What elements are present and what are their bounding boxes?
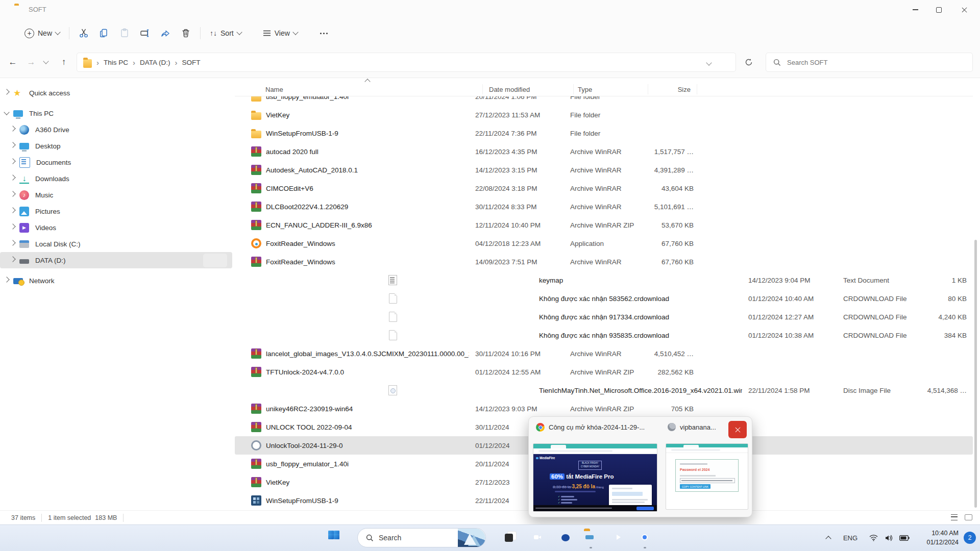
details-view-button[interactable]	[948, 512, 960, 522]
file-name: TienIchMayTinh.Net_Microsoft.Office.2016…	[534, 387, 742, 394]
close-button[interactable]	[952, 0, 976, 19]
view-button[interactable]: View	[258, 23, 303, 43]
notification-badge[interactable]: 2	[964, 532, 976, 544]
scissors-icon	[79, 28, 89, 38]
table-row[interactable]: Không được xác nhận 917334.crdownload01/…	[235, 308, 973, 326]
column-header-name[interactable]: Name	[235, 84, 483, 94]
edge-button[interactable]	[557, 531, 572, 545]
sidebar-item-pictures[interactable]: Pictures	[0, 203, 232, 219]
back-button[interactable]: ←	[4, 53, 21, 71]
table-row[interactable]: Autodesk_AutoCAD_2018.0.114/12/2023 3:15…	[235, 161, 973, 179]
file-date: 01/12/2024 10:40 AM	[742, 295, 839, 303]
sidebar-item-music[interactable]: ♪ Music	[0, 187, 232, 203]
file-date: 27/12/2023 11:53 AM	[469, 111, 566, 119]
share-button[interactable]	[155, 23, 176, 43]
file-explorer-button[interactable]	[584, 531, 598, 545]
consent-button[interactable]	[636, 507, 654, 510]
breadcrumb-separator: ›	[133, 58, 135, 67]
speaker-icon	[885, 534, 893, 542]
see-more-button[interactable]	[314, 23, 334, 43]
volume-button[interactable]	[882, 531, 895, 545]
youtube-button[interactable]	[611, 531, 625, 545]
table-row[interactable]: autocad 2020 full16/12/2023 4:35 PMArchi…	[235, 142, 973, 161]
table-row[interactable]: FoxitReader_Windows04/12/2018 12:23 AMAp…	[235, 234, 973, 253]
table-row[interactable]: Không được xác nhận 935835.crdownload01/…	[235, 326, 973, 344]
table-row[interactable]: VietKey27/12/2023 11:53 AMFile folder	[235, 106, 973, 124]
sidebar-item-this-pc[interactable]: This PC	[0, 105, 232, 121]
table-row[interactable]: DLCBoot2022V4.1.22062930/11/2024 8:33 PM…	[235, 197, 973, 216]
preview-close-button[interactable]	[728, 421, 747, 438]
table-row[interactable]: ECN_FANUC_LADDER-III_6.9x8612/11/2024 10…	[235, 216, 973, 234]
table-row[interactable]: WinSetupFromUSB-1-922/11/2024 7:36 PMFil…	[235, 124, 973, 142]
task-view-button[interactable]	[503, 531, 518, 545]
sidebar-item-documents[interactable]: Documents	[0, 154, 232, 170]
sidebar-item-downloads[interactable]: ↓ Downloads	[0, 170, 232, 187]
search-highlight-image[interactable]	[458, 529, 485, 547]
breadcrumb-drive[interactable]: DATA (D:)	[140, 59, 170, 66]
minimize-button[interactable]	[903, 0, 927, 19]
table-row[interactable]: TFTUnlock-2024-v4.7.0.001/12/2024 12:55 …	[235, 363, 973, 381]
cookie-bar	[533, 505, 657, 511]
search-input[interactable]	[786, 58, 941, 67]
large-icons-view-button[interactable]	[963, 512, 974, 522]
taskbar-search[interactable]: Search	[357, 528, 486, 547]
refresh-button[interactable]	[740, 53, 757, 71]
file-name: UNLOCK TOOL 2022-09-04	[261, 423, 469, 431]
maximize-button[interactable]	[927, 0, 950, 19]
chrome-button[interactable]	[638, 531, 652, 545]
tray-overflow-button[interactable]	[822, 531, 835, 545]
sidebar-item-network[interactable]: Network	[0, 272, 232, 289]
column-header-date-modified[interactable]: Date modified	[483, 84, 574, 94]
status-bar: 37 items 1 item selected 183 MB	[0, 510, 980, 525]
language-indicator[interactable]: ENG	[841, 531, 860, 545]
paste-button[interactable]	[114, 23, 135, 43]
sidebar-item-data-d[interactable]: DATA (D:)	[0, 252, 232, 268]
sort-button[interactable]: ↑↓ Sort	[205, 23, 247, 43]
file-name: ECN_FANUC_LADDER-III_6.9x86	[261, 221, 469, 229]
preview-tab-1[interactable]: Công cụ mở khóa-2024-11-29-...	[536, 423, 645, 432]
breadcrumb-this-pc[interactable]: This PC	[104, 59, 128, 66]
forward-button[interactable]: →	[22, 53, 40, 71]
table-row[interactable]: keymap14/12/2023 9:04 PMText Document1 K…	[235, 271, 973, 289]
preview-thumbnail-mediafire[interactable]: MediaFire BLACK FRIDAY CYBER MONDAY 60% …	[533, 443, 657, 512]
table-row[interactable]: usb_floppy_emulator_1.40i20/11/2024 1:06…	[235, 96, 973, 106]
sidebar-item-desktop[interactable]: Desktop	[0, 138, 232, 154]
vertical-scrollbar[interactable]	[974, 240, 977, 508]
link-input[interactable]	[680, 478, 735, 483]
column-header-type[interactable]: Type	[574, 84, 648, 94]
wifi-button[interactable]	[867, 531, 880, 545]
delete-button[interactable]	[176, 23, 196, 43]
preview-tab-2[interactable]: vipbanana...	[668, 423, 716, 431]
folder-icon	[251, 112, 261, 120]
winrar-icon	[251, 422, 261, 432]
search-box[interactable]	[766, 53, 973, 72]
address-dropdown-button[interactable]	[707, 59, 711, 66]
recent-locations-button[interactable]	[40, 53, 52, 71]
table-row[interactable]: unikey46RC2-230919-win6414/12/2023 9:03 …	[235, 399, 973, 418]
table-row[interactable]: lancelot_global_images_V13.0.4.0.SJCMIXM…	[235, 344, 973, 363]
column-header-size[interactable]: Size	[648, 84, 697, 94]
rename-button[interactable]	[135, 23, 155, 43]
breadcrumb-current[interactable]: SOFT	[182, 59, 201, 66]
breadcrumb[interactable]: › This PC › DATA (D:) › SOFT	[77, 53, 736, 72]
sidebar-item-label: Pictures	[35, 208, 60, 215]
up-button[interactable]: ↑	[55, 53, 72, 71]
hover-highlight-fragment	[203, 254, 227, 267]
chat-button[interactable]	[530, 531, 545, 545]
copy-button[interactable]	[94, 23, 114, 43]
sidebar-item-a360-drive[interactable]: A360 Drive	[0, 121, 232, 138]
clock[interactable]: 10:40 AM 01/12/2024	[917, 529, 959, 547]
preview-thumbnail-vipbanana[interactable]: Password el 2024 COPY CONTENT LINK	[666, 443, 748, 510]
sidebar-item-quick-access[interactable]: ★ Quick access	[0, 85, 232, 101]
battery-button[interactable]	[897, 531, 912, 545]
sidebar-item-videos[interactable]: ▶ Videos	[0, 219, 232, 236]
table-row[interactable]: CIMCOEdit+V622/08/2024 3:18 PMArchive Wi…	[235, 179, 973, 197]
sidebar-item-local-disk-c[interactable]: Local Disk (C:)	[0, 236, 232, 252]
start-button[interactable]	[333, 531, 347, 545]
table-row[interactable]: Không được xác nhận 583562.crdownload01/…	[235, 289, 973, 308]
cut-button[interactable]	[74, 23, 94, 43]
new-button[interactable]: + New	[19, 23, 65, 43]
copy-link-button[interactable]: COPY CONTENT LINK	[680, 484, 710, 489]
table-row[interactable]: TienIchMayTinh.Net_Microsoft.Office.2016…	[235, 381, 973, 399]
table-row[interactable]: FoxitReader_Windows14/09/2023 7:51 PMArc…	[235, 253, 973, 271]
